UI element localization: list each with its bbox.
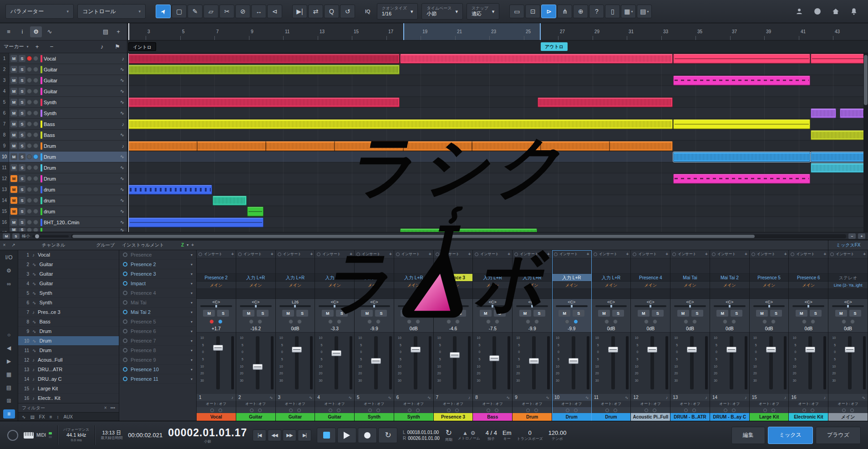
fader-handle[interactable] bbox=[489, 355, 499, 361]
strip-solo-button[interactable]: S bbox=[336, 310, 348, 317]
instrument-power-icon[interactable] bbox=[123, 281, 127, 286]
insert-bypass-icon[interactable] bbox=[238, 252, 242, 256]
console-menu-button[interactable]: ≡ bbox=[3, 409, 15, 419]
pan-slider[interactable] bbox=[753, 305, 785, 307]
automation-mode[interactable]: オート: オフ bbox=[631, 401, 670, 407]
arrange-horizontal-scrollbar[interactable] bbox=[71, 234, 846, 238]
track-monitor-button[interactable] bbox=[33, 165, 38, 170]
io-bank-icon[interactable]: ↕ bbox=[56, 414, 59, 419]
remove-marker-button[interactable]: − bbox=[46, 41, 58, 52]
track-solo-button[interactable]: S bbox=[19, 55, 25, 62]
strip-record-button[interactable] bbox=[407, 319, 411, 324]
track-row[interactable]: 2 M S Guitar ∿ bbox=[0, 64, 127, 75]
mixer-strip[interactable]: インサート + 入力 L+R メイン <C> M S -7.5 10505102… bbox=[473, 250, 513, 421]
strip-fader[interactable]: 10505102030 bbox=[552, 332, 591, 394]
chevron-down-icon[interactable]: ▾ bbox=[191, 358, 193, 362]
strip-device[interactable]: Mai Tai bbox=[670, 274, 710, 282]
strip-output[interactable]: メイン bbox=[315, 282, 354, 289]
add-insert-button[interactable]: + bbox=[508, 252, 510, 257]
insert-bypass-icon[interactable] bbox=[672, 252, 676, 256]
knob-icon[interactable] bbox=[447, 409, 451, 412]
chevron-down-icon[interactable]: ▾ bbox=[187, 243, 188, 247]
knob-icon[interactable] bbox=[614, 409, 617, 412]
strip-monitor-button[interactable] bbox=[613, 319, 618, 324]
fader-handle[interactable] bbox=[529, 358, 539, 364]
listen-tool-button[interactable]: ⊲ bbox=[267, 5, 282, 18]
instrument-power-icon[interactable] bbox=[123, 319, 127, 324]
clip[interactable] bbox=[673, 174, 810, 184]
mixer-channel-row[interactable]: 14 ♪ DRU..ay C bbox=[18, 374, 119, 384]
strip-sends[interactable] bbox=[828, 289, 868, 299]
track-layers-button[interactable]: ▤ bbox=[100, 26, 112, 37]
instrument-power-icon[interactable] bbox=[123, 272, 127, 276]
instrument-row[interactable]: Mai Tai ▾ bbox=[119, 298, 196, 308]
strip-output[interactable]: Line (2- Ya..ight bbox=[828, 282, 868, 289]
pan-slider[interactable] bbox=[635, 305, 666, 307]
user-profile-button[interactable] bbox=[793, 5, 805, 17]
insert-slots[interactable] bbox=[355, 258, 394, 274]
add-insert-button[interactable]: + bbox=[271, 252, 274, 257]
pan-slider[interactable] bbox=[556, 305, 588, 307]
add-insert-button[interactable]: + bbox=[310, 252, 313, 257]
knob-icon[interactable] bbox=[605, 409, 609, 412]
chevron-down-icon[interactable]: ▾ bbox=[191, 368, 193, 372]
pan-value[interactable]: <C> bbox=[552, 299, 591, 305]
track-row[interactable]: 15 M S drum ∿ bbox=[0, 206, 127, 217]
track-mute-button[interactable]: M bbox=[10, 88, 17, 95]
strip-fader[interactable]: 10505102030 bbox=[315, 332, 354, 394]
strip-sends[interactable] bbox=[276, 289, 315, 299]
track-record-button[interactable] bbox=[27, 121, 32, 126]
track-solo-button[interactable]: S bbox=[19, 77, 25, 84]
knob-icon[interactable] bbox=[772, 409, 775, 412]
track-record-button[interactable] bbox=[27, 78, 32, 83]
strip-sends[interactable] bbox=[631, 289, 670, 299]
mixer-strip[interactable]: インサート + Presence 3 メイン <C> M S -4.6 1050… bbox=[434, 250, 473, 421]
knob-icon[interactable] bbox=[329, 409, 332, 412]
automation-mode[interactable]: オート: オフ bbox=[670, 401, 710, 407]
strip-fader[interactable]: 10505102030 bbox=[473, 332, 512, 394]
pan-thumb[interactable] bbox=[571, 305, 573, 308]
mixer-channel-row[interactable]: 12 ♪ Acous..Full bbox=[18, 355, 119, 365]
strip-device[interactable]: 入力 L+R bbox=[473, 274, 512, 282]
instrument-row[interactable]: Presence 7 ▾ bbox=[119, 336, 196, 346]
strip-device[interactable]: Presence 6 bbox=[789, 274, 828, 282]
automation-mode[interactable]: オート: オフ bbox=[710, 401, 749, 407]
knob-icon[interactable] bbox=[297, 409, 301, 412]
clip[interactable] bbox=[840, 108, 863, 118]
strip-output[interactable]: メイン bbox=[631, 282, 670, 289]
track-record-button[interactable] bbox=[27, 198, 32, 203]
strip-name-label[interactable]: Acoustic Pi..Full bbox=[631, 413, 670, 421]
track-name[interactable]: BHT_120..Cmin bbox=[44, 220, 119, 225]
pan-value[interactable]: <C> bbox=[355, 299, 394, 305]
mixer-strip[interactable]: インサート + Presence 6 メイン <C> M S 0dB 10505… bbox=[789, 250, 828, 421]
fader-handle[interactable] bbox=[371, 358, 381, 364]
pan-value[interactable]: <C> bbox=[197, 299, 236, 305]
strip-fader[interactable]: 10505102030 bbox=[276, 332, 315, 394]
strip-fader[interactable]: 10505102030 bbox=[197, 332, 236, 394]
strip-solo-button[interactable]: S bbox=[533, 310, 545, 317]
add-insert-button[interactable]: + bbox=[626, 252, 629, 257]
knob-icon[interactable] bbox=[684, 409, 688, 412]
track-row[interactable]: 4 M S Guitar ∿ bbox=[0, 86, 127, 97]
strip-monitor-button[interactable] bbox=[376, 319, 381, 324]
track-row[interactable]: 13 M S drum ∿ bbox=[0, 184, 127, 195]
track-name[interactable]: Drum bbox=[44, 176, 119, 182]
track-record-button[interactable] bbox=[27, 176, 32, 181]
fader-track[interactable] bbox=[414, 336, 417, 389]
pan-thumb[interactable] bbox=[650, 305, 651, 308]
strip-fader[interactable]: 10505102030 bbox=[670, 332, 710, 394]
track-row[interactable]: 5 M S Synth ∿ bbox=[0, 97, 127, 108]
slider-thumb[interactable] bbox=[35, 234, 39, 238]
automation-mode[interactable]: オート: オフ bbox=[828, 401, 868, 407]
pan-value[interactable]: <C> bbox=[592, 299, 631, 305]
pan-slider[interactable] bbox=[279, 305, 311, 307]
pan-thumb[interactable] bbox=[847, 305, 849, 308]
strip-output[interactable]: メイン bbox=[789, 282, 828, 289]
insert-slots[interactable] bbox=[434, 258, 473, 274]
automation-mode[interactable]: オート: オフ bbox=[276, 401, 315, 407]
pencil-tool-button[interactable]: ✎ bbox=[188, 5, 203, 18]
strip-mute-button[interactable]: M bbox=[282, 310, 294, 317]
track-solo-button[interactable]: S bbox=[19, 208, 25, 215]
track-solo-button[interactable]: S bbox=[19, 66, 25, 73]
cursor-mode-button[interactable]: ⊳ bbox=[541, 5, 556, 18]
